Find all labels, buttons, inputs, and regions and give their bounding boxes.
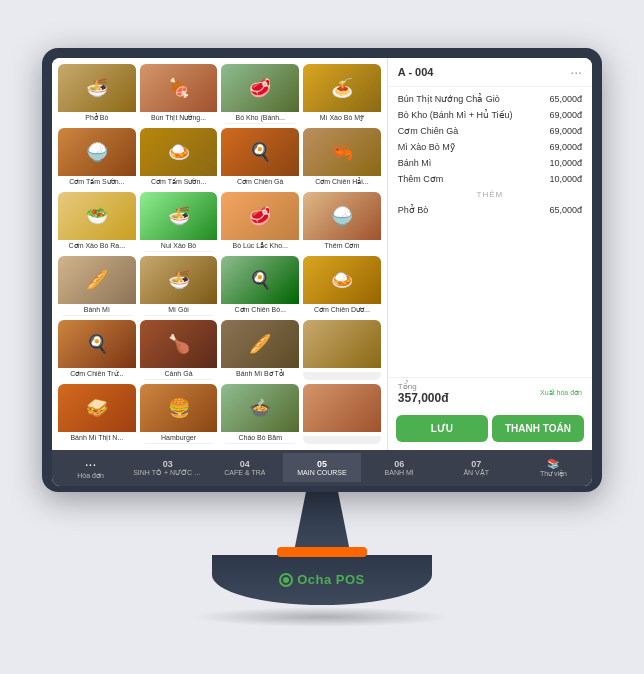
menu-area: 🍜 Phở Bò 🍖 Bún Thịt Nướng... 🥩 Bò Kho (B…	[52, 58, 592, 450]
food-item[interactable]: 🍛 Cơm Chiên Dươ...	[303, 256, 381, 316]
order-item-name: Bún Thịt Nướng Chả Giò	[398, 94, 550, 104]
food-item-label	[303, 368, 381, 372]
stand-base: Ocha POS	[212, 555, 432, 605]
food-item-label: Mì Xào Bò Mỹ	[303, 112, 381, 124]
nav-tab-number: 06	[394, 459, 404, 469]
food-item-label: Bánh Mì Thịt N...	[58, 432, 136, 444]
checkout-button[interactable]: THANH TOÁN	[492, 415, 584, 442]
nav-tab-ăn-vặt[interactable]: 07 ĂN VẶT	[438, 453, 515, 483]
food-item[interactable]: 🥖 Bánh Mì	[58, 256, 136, 316]
food-item[interactable]: 🥩 Bò Kho (Bánh...	[221, 64, 299, 124]
monitor-bezel: 🍜 Phở Bò 🍖 Bún Thịt Nướng... 🥩 Bò Kho (B…	[42, 48, 602, 492]
total-amount: 357,000đ	[398, 391, 449, 405]
food-item[interactable]	[303, 320, 381, 380]
nav-tab-label: ĂN VẶT	[463, 469, 489, 477]
food-item[interactable]: 🥩 Bò Lúc Lắc Kho...	[221, 192, 299, 252]
food-item[interactable]: 🍖 Bún Thịt Nướng...	[140, 64, 218, 124]
food-item[interactable]: 🍚 Cơm Tấm Sườn...	[58, 128, 136, 188]
order-item-name: Phở Bò	[398, 205, 550, 215]
food-item[interactable]: 🍚 Thêm Cơm	[303, 192, 381, 252]
food-image: 🍳	[58, 320, 136, 368]
food-item-label: Cơm Xào Bò Ra...	[58, 240, 136, 252]
order-item-name: Bò Kho (Bánh Mì + Hủ Tiếu)	[398, 110, 550, 120]
brand-name: Ocha POS	[297, 572, 365, 587]
order-item-price: 65,000đ	[549, 205, 582, 215]
menu-dots-icon: ···	[85, 456, 97, 472]
food-image: 🍗	[140, 320, 218, 368]
food-image: 🍛	[140, 128, 218, 176]
nav-tab-sinh-tố-+-nước-ép[interactable]: 03 SINH TỐ + NƯỚC ÉP	[129, 453, 206, 483]
food-image	[303, 320, 381, 368]
food-image: 🍜	[140, 256, 218, 304]
nav-tab-number: 03	[163, 459, 173, 469]
food-item-label: Nui Xào Bò	[140, 240, 218, 251]
food-item[interactable]: 🥗 Cơm Xào Bò Ra...	[58, 192, 136, 252]
food-item[interactable]: 🍜 Nui Xào Bò	[140, 192, 218, 252]
nav-tab-cafe-&-trà[interactable]: 04 CAFE & TRÀ	[206, 453, 283, 482]
nav-tab-label: SINH TỐ + NƯỚC ÉP	[133, 469, 202, 477]
nav-tab-bánh-mì[interactable]: 06 BÁNH MÌ	[361, 453, 438, 482]
food-item-label: Hamburger	[140, 432, 218, 443]
export-invoice-button[interactable]: Xuất hóa đơn	[540, 389, 582, 397]
stand-orange-accent	[277, 547, 367, 557]
food-item[interactable]: 🍗 Cánh Gà	[140, 320, 218, 380]
food-image: 🍝	[303, 64, 381, 112]
food-image: 🥩	[221, 192, 299, 240]
order-panel: A - 004 ··· Bún Thịt Nướng Chả Giò 65,00…	[387, 58, 592, 450]
brand-logo: Ocha POS	[279, 572, 365, 587]
order-options-button[interactable]: ···	[570, 64, 582, 80]
food-item[interactable]: 🍲 Cháo Bò Băm	[221, 384, 299, 444]
food-item[interactable]: 🍜 Mì Gói	[140, 256, 218, 316]
order-section-divider: THÊM	[388, 187, 592, 202]
food-item[interactable]: 🥪 Bánh Mì Thịt N...	[58, 384, 136, 444]
food-image: 🥖	[221, 320, 299, 368]
food-item[interactable]: 🍝 Mì Xào Bò Mỹ	[303, 64, 381, 124]
nav-tab-hóa-đơn[interactable]: ··· Hóa đơn	[52, 450, 129, 486]
food-image: 🥩	[221, 64, 299, 112]
order-line-item: Cơm Chiên Gà 69,000đ	[388, 123, 592, 139]
nav-tab-label: BÁNH MÌ	[385, 469, 414, 476]
food-item[interactable]: 🍳 Cơm Chiên Gà	[221, 128, 299, 188]
food-item-label: Bánh Mì	[58, 304, 136, 315]
food-item[interactable]: 🍛 Cơm Tấm Sườn...	[140, 128, 218, 188]
food-item-label: Bánh Mì Bơ Tỏi	[221, 368, 299, 380]
nav-tab-main-course[interactable]: 05 MAIN COURSE	[283, 453, 360, 482]
order-item-name: Bánh Mì	[398, 158, 550, 168]
food-item-label: Cơm Chiên Bò...	[221, 304, 299, 316]
nav-tab-thư-viện[interactable]: 📚 Thư viện	[515, 452, 592, 484]
order-line-item: Thêm Cơm 10,000đ	[388, 171, 592, 187]
stand-base-container: Ocha POS	[212, 552, 432, 612]
food-image: 🍲	[221, 384, 299, 432]
food-item[interactable]: 🦐 Cơm Chiên Hải...	[303, 128, 381, 188]
food-item-label: Bò Lúc Lắc Kho...	[221, 240, 299, 252]
nav-tab-icon: 📚	[547, 458, 559, 469]
order-extra-item: Phở Bò 65,000đ	[388, 202, 592, 218]
nav-tab-label: MAIN COURSE	[297, 469, 346, 476]
order-item-name: Cơm Chiên Gà	[398, 126, 550, 136]
food-image: 🍜	[140, 192, 218, 240]
food-item[interactable]	[303, 384, 381, 444]
logo-inner-dot	[283, 577, 289, 583]
food-image: 🥗	[58, 192, 136, 240]
logo-circle-icon	[279, 573, 293, 587]
order-items-list: Bún Thịt Nướng Chả Giò 65,000đ Bò Kho (B…	[388, 87, 592, 377]
food-item-label: Cơm Tấm Sườn...	[58, 176, 136, 188]
food-item[interactable]: 🍳 Cơm Chiên Bò...	[221, 256, 299, 316]
food-item[interactable]: 🍜 Phở Bò	[58, 64, 136, 124]
food-item[interactable]: 🥖 Bánh Mì Bơ Tỏi	[221, 320, 299, 380]
save-button[interactable]: LƯU	[396, 415, 488, 442]
food-image: 🍳	[221, 256, 299, 304]
nav-tab-number: 05	[317, 459, 327, 469]
food-item-label: Cơm Tấm Sườn...	[140, 176, 218, 188]
food-item-label: Bún Thịt Nướng...	[140, 112, 218, 124]
food-image: 🍳	[221, 128, 299, 176]
food-item[interactable]: 🍳 Cơm Chiên Trứ...	[58, 320, 136, 380]
food-item[interactable]: 🍔 Hamburger	[140, 384, 218, 444]
total-label: Tổng	[398, 382, 449, 391]
order-item-price: 10,000đ	[549, 158, 582, 168]
food-grid: 🍜 Phở Bò 🍖 Bún Thịt Nướng... 🥩 Bò Kho (B…	[52, 58, 387, 450]
food-item-label: Cơm Chiên Gà	[221, 176, 299, 188]
pos-device: 🍜 Phở Bò 🍖 Bún Thịt Nướng... 🥩 Bò Kho (B…	[42, 48, 602, 627]
food-image: 🥖	[58, 256, 136, 304]
table-name: A - 004	[398, 66, 434, 78]
